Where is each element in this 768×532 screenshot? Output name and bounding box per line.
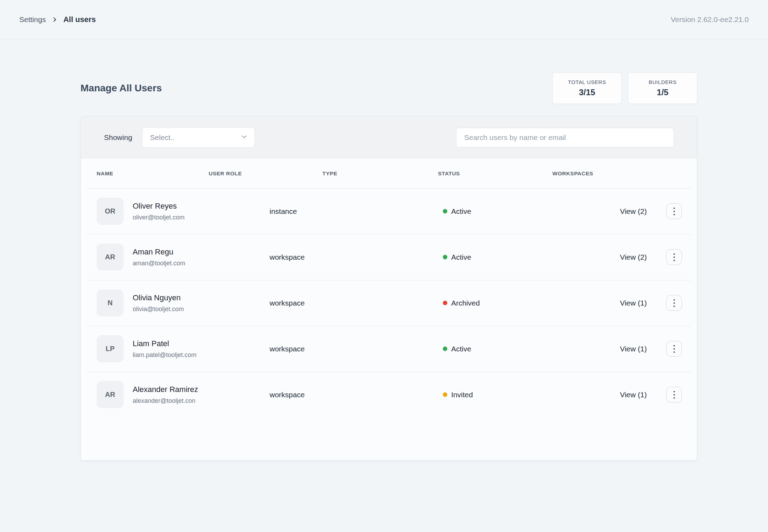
topbar: Settings All users Version 2.62.0-ee2.21… [0,0,768,39]
table-row: LP Liam Patel liam.patel@tooljet.com wor… [81,326,697,372]
row-actions-kebab-button[interactable] [666,295,682,311]
builders-value: 1/5 [657,88,668,97]
kebab-dot [673,208,675,209]
column-header-type: TYPE [322,170,438,177]
user-email: oliver@tooljet.com [133,214,184,221]
version-label: Version 2.62.0-ee2.21.0 [671,15,749,24]
workspaces-cell: View (2) [529,207,666,216]
status-label: Invited [451,391,473,399]
table-row: AR Alexander Ramirez alexander@tooljet.c… [81,372,697,418]
user-status: Active [383,253,529,261]
user-role-value: workspace [239,345,383,353]
table-row: OR Oliver Reyes oliver@tooljet.com insta… [81,188,697,234]
table-footer-spacer [81,418,697,460]
total-users-value: 3/15 [579,88,595,97]
workspaces-cell: View (1) [529,345,666,353]
column-header-workspaces: WORKSPACES [552,170,666,177]
row-actions-kebab-button[interactable] [666,203,682,219]
kebab-dot [673,351,675,353]
kebab-dot [673,391,675,392]
status-dot-icon [443,255,447,259]
workspaces-view-link[interactable]: View (2) [620,253,647,261]
table-body: OR Oliver Reyes oliver@tooljet.com insta… [81,188,697,418]
status-dot-icon [443,392,447,397]
status-dot-icon [443,346,447,351]
title-row: Manage All Users TOTAL USERS 3/15 BUILDE… [81,72,697,104]
avatar: N [97,289,124,316]
page-title: Manage All Users [81,83,162,94]
builders-label: BUILDERS [649,79,677,85]
column-header-name: NAME [97,170,209,177]
column-header-user-role: USER ROLE [209,170,322,177]
avatar: AR [97,244,124,271]
user-role-value: workspace [239,391,383,399]
kebab-dot [673,397,675,399]
user-status: Archived [383,299,529,307]
kebab-dot [673,257,675,258]
workspaces-cell: View (1) [529,391,666,399]
user-cell: OR Oliver Reyes oliver@tooljet.com [97,198,239,225]
total-users-card: TOTAL USERS 3/15 [552,72,622,104]
kebab-dot [673,394,675,396]
user-email: liam.patel@tooljet.com [133,351,196,359]
status-dot-icon [443,209,447,214]
user-name: Liam Patel [133,339,196,348]
user-cell: AR Alexander Ramirez alexander@tooljet.c… [97,381,239,408]
user-name: Alexander Ramirez [133,385,198,394]
user-role-value: workspace [239,253,383,261]
kebab-dot [673,345,675,346]
total-users-label: TOTAL USERS [568,79,606,85]
user-cell: N Olivia Nguyen olivia@tooljet.com [97,289,239,316]
main-content: Manage All Users TOTAL USERS 3/15 BUILDE… [81,72,697,461]
breadcrumb-settings-link[interactable]: Settings [19,15,46,24]
table-row: N Olivia Nguyen olivia@tooljet.com works… [81,280,697,326]
avatar: LP [97,335,124,362]
kebab-dot [673,253,675,255]
avatar: OR [97,198,124,225]
workspaces-view-link[interactable]: View (2) [620,207,647,215]
workspaces-cell: View (2) [529,253,666,261]
user-email: olivia@tooljet.com [133,306,184,313]
builders-card: BUILDERS 1/5 [628,72,697,104]
user-name: Olivia Nguyen [133,293,184,302]
avatar: AR [97,381,124,408]
user-cell: AR Aman Regu aman@tooljet.com [97,244,239,271]
row-actions-kebab-button[interactable] [666,249,682,265]
status-label: Active [451,253,471,261]
status-filter-select[interactable]: Select.. [142,127,255,148]
status-label: Active [451,207,471,216]
search-box [456,128,674,147]
user-name: Oliver Reyes [133,202,184,211]
table-header: NAME USER ROLE TYPE STATUS WORKSPACES [81,159,697,188]
breadcrumb: Settings All users [19,15,96,24]
users-panel: Showing Select.. NAME USER ROLE TYPE STA… [81,116,697,461]
user-email: alexander@tooljet.con [133,397,198,405]
kebab-dot [673,214,675,215]
select-value: Select.. [150,133,175,142]
workspaces-view-link[interactable]: View (1) [620,299,647,307]
breadcrumb-current-page: All users [63,15,96,24]
user-status: Active [383,207,529,216]
kebab-dot [673,299,675,301]
user-cell: LP Liam Patel liam.patel@tooljet.com [97,335,239,362]
row-actions-kebab-button[interactable] [666,341,682,357]
user-role-value: instance [239,207,383,216]
user-status: Invited [383,391,529,399]
workspaces-cell: View (1) [529,299,666,307]
status-dot-icon [443,301,447,305]
search-input[interactable] [456,128,674,147]
kebab-dot [673,348,675,350]
workspaces-view-link[interactable]: View (1) [620,345,647,353]
chevron-right-icon [51,16,58,23]
kebab-dot [673,260,675,261]
status-label: Archived [451,299,480,307]
workspaces-view-link[interactable]: View (1) [620,391,647,399]
kebab-dot [673,211,675,212]
row-actions-kebab-button[interactable] [666,387,682,402]
stats-cards: TOTAL USERS 3/15 BUILDERS 1/5 [552,72,697,104]
showing-label: Showing [104,133,132,142]
user-status: Active [383,345,529,353]
filter-bar: Showing Select.. [81,117,697,159]
kebab-dot [673,306,675,307]
chevron-down-icon [240,133,248,142]
